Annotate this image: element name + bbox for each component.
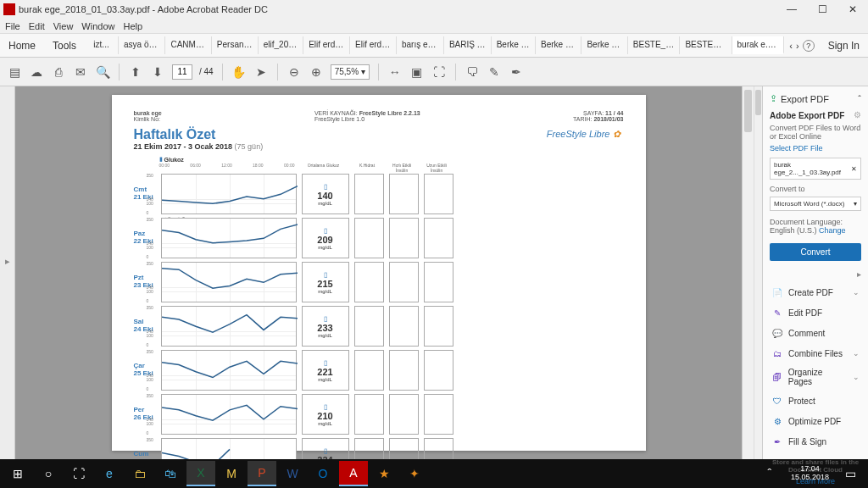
glucose-chart: 3501401000 <box>161 306 297 347</box>
avg-glucose-box: ▯233mg/dL <box>302 306 349 347</box>
zoom-in-icon[interactable]: ⊕ <box>309 64 324 80</box>
panel-item[interactable]: 🗂Combine Files⌄ <box>770 343 861 363</box>
menu-help[interactable]: Help <box>123 21 142 31</box>
settings-icon[interactable]: ⚙ <box>854 110 861 119</box>
edge-icon[interactable]: e <box>95 461 124 486</box>
tray-up-icon[interactable]: ˆ <box>755 461 784 486</box>
page-input[interactable] <box>172 64 192 80</box>
selected-file[interactable]: burak ege_2..._1_03.3ay.pdf✕ <box>770 158 861 180</box>
document-tab[interactable]: elif_201... <box>259 36 303 54</box>
sidebar-toggle-icon[interactable]: ▤ <box>7 64 22 80</box>
search-icon[interactable]: 🔍 <box>95 64 110 80</box>
menu-view[interactable]: View <box>53 21 74 31</box>
powerpoint-icon[interactable]: P <box>248 461 276 486</box>
data-box <box>424 350 453 391</box>
app3-icon[interactable]: ✦ <box>400 461 429 486</box>
document-tab[interactable]: barış eki... <box>397 36 444 54</box>
remove-file-icon[interactable]: ✕ <box>851 165 857 173</box>
document-tab[interactable]: CANMA... <box>165 36 211 54</box>
panel-item[interactable]: ✎Edit PDF <box>770 302 861 323</box>
page-up-icon[interactable]: ⬆ <box>128 64 143 80</box>
panel-item[interactable]: 💬Comment <box>770 323 861 343</box>
select-file-link[interactable]: Select PDF File <box>770 144 861 152</box>
document-tab[interactable]: Berke Ü... <box>581 36 627 54</box>
notifications-icon[interactable]: ▭ <box>836 461 865 486</box>
tab-close-icon[interactable]: × <box>774 40 782 49</box>
print-icon[interactable]: ⎙ <box>51 64 66 80</box>
document-tab[interactable]: Elif erdo... <box>303 36 350 54</box>
menu-edit[interactable]: Edit <box>29 21 45 31</box>
document-tab[interactable]: BESTE_2... <box>628 36 681 54</box>
document-tab[interactable]: izt... <box>85 36 119 54</box>
signin-button[interactable]: Sign In <box>820 36 868 55</box>
panel-item[interactable]: 📄Create PDF⌄ <box>770 282 861 302</box>
tab-next[interactable]: › <box>796 41 799 51</box>
save-icon[interactable]: ☁ <box>29 64 44 80</box>
panel-item-icon: ⚙ <box>771 415 783 427</box>
document-tab[interactable]: burak e... × <box>732 36 785 54</box>
app1-icon[interactable]: M <box>217 461 246 486</box>
panel-item[interactable]: 🗐Organize Pages⌄ <box>770 363 861 391</box>
select-tool-icon[interactable]: ➤ <box>253 64 269 80</box>
close-button[interactable]: ✕ <box>841 3 865 15</box>
menu-window[interactable]: Window <box>81 21 114 31</box>
panel-item[interactable]: 🛡Protect <box>770 391 861 411</box>
outlook-icon[interactable]: O <box>309 461 337 486</box>
document-tab[interactable]: BARIŞ T... <box>444 36 492 54</box>
tools-button[interactable]: Tools <box>44 36 85 55</box>
acrobat-icon[interactable]: A <box>339 461 368 486</box>
convert-button[interactable]: Convert <box>770 243 861 261</box>
read-mode-icon[interactable]: ⛶ <box>431 64 447 80</box>
highlight-icon[interactable]: ✎ <box>487 64 502 80</box>
email-icon[interactable]: ✉ <box>73 64 88 80</box>
export-pdf-header[interactable]: ⇪Export PDF ˆ <box>770 92 861 106</box>
home-button[interactable]: Home <box>0 36 44 55</box>
panel-item[interactable]: ✒Fill & Sign <box>770 431 861 452</box>
start-button[interactable]: ⊞ <box>3 461 32 486</box>
right-panel: ⇪Export PDF ˆ Adobe Export PDF ⚙ Convert… <box>762 86 868 459</box>
avg-glucose-box: ▯215mg/dL <box>302 262 349 302</box>
document-tab[interactable]: Elif erdo... <box>350 36 397 54</box>
search-taskbar-icon[interactable]: ○ <box>34 461 63 486</box>
document-area[interactable]: burak ege Kimlik No: VERİ KAYNAĞI: FreeS… <box>15 86 742 459</box>
fit-page-icon[interactable]: ▣ <box>409 64 425 80</box>
app2-icon[interactable]: ★ <box>370 461 398 486</box>
minimize-button[interactable]: — <box>780 3 804 15</box>
document-tab[interactable]: asya özt... <box>119 36 165 54</box>
left-gutter[interactable]: ▸ <box>0 86 15 459</box>
expand-left-icon[interactable]: ▸ <box>0 256 14 267</box>
store-icon[interactable]: 🛍 <box>156 461 185 486</box>
zoom-select[interactable]: 75,5% ▾ <box>331 64 370 80</box>
document-tab[interactable]: BESTE_k... <box>680 36 732 54</box>
word-icon[interactable]: W <box>278 461 307 486</box>
clock[interactable]: 17:0415.05.2018 <box>786 465 834 482</box>
excel-icon[interactable]: X <box>186 461 215 486</box>
panel-item[interactable]: ⚙Optimize PDF <box>770 411 861 431</box>
change-lang-link[interactable]: Change <box>819 226 846 235</box>
sign-icon[interactable]: ✒ <box>509 64 524 80</box>
zoom-out-icon[interactable]: ⊖ <box>287 64 302 80</box>
menu-file[interactable]: File <box>5 21 20 31</box>
hand-tool-icon[interactable]: ✋ <box>231 64 247 80</box>
document-tab[interactable]: Berke s... <box>492 36 536 54</box>
taskview-icon[interactable]: ⛶ <box>64 461 93 486</box>
maximize-button[interactable]: ☐ <box>810 3 834 15</box>
panel-item-icon: 🗐 <box>771 371 783 383</box>
page-down-icon[interactable]: ⬇ <box>150 64 165 80</box>
chevron-up-icon[interactable]: ˆ <box>858 94 861 104</box>
explorer-icon[interactable]: 🗀 <box>125 461 154 486</box>
comment-icon[interactable]: 🗨 <box>465 64 480 80</box>
expand-right-icon[interactable]: ▸ <box>770 269 861 279</box>
glucose-chart: 3501401000★ Sensör Taraması <box>161 174 297 214</box>
format-select[interactable]: Microsoft Word (*.docx)▾ <box>770 197 861 211</box>
tab-prev[interactable]: ‹ <box>789 41 793 51</box>
taskbar: ⊞ ○ ⛶ e 🗀 🛍 X M P W O A ★ ✦ ˆ 17:0415.05… <box>0 459 868 488</box>
data-box <box>424 262 453 302</box>
panel-scrollbar[interactable] <box>754 86 762 459</box>
document-tab[interactable]: Persanti... <box>212 36 259 54</box>
document-tab[interactable]: Berke Ü... <box>536 36 581 54</box>
scroll-thumb[interactable] <box>744 90 752 132</box>
fit-width-icon[interactable]: ↔ <box>387 64 403 80</box>
doc-scrollbar[interactable] <box>742 86 754 459</box>
help-icon[interactable]: ? <box>803 40 815 52</box>
